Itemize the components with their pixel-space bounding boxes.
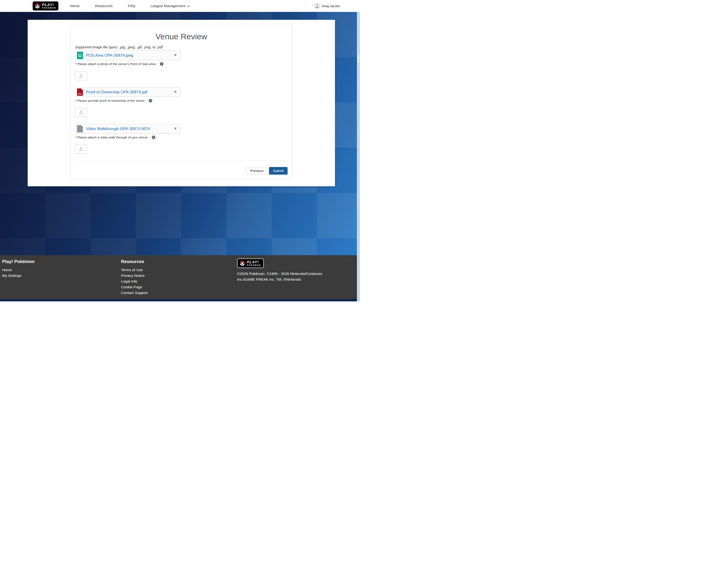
close-icon[interactable]: ✕ bbox=[173, 89, 178, 94]
submit-button[interactable]: Submit bbox=[269, 167, 287, 175]
upload-section-video-walkthrough: Video Walkthrough OPA-30874.MOV ✕ * Plea… bbox=[75, 124, 288, 154]
pdf-file-icon: PDF bbox=[77, 88, 83, 96]
upload-dropzone[interactable] bbox=[75, 108, 87, 117]
footer-column-play-pokemon: Play! Pokémon Home My Settings bbox=[0, 256, 121, 296]
page-title: Venue Review bbox=[75, 32, 288, 41]
nav-item-league-management[interactable]: League Management bbox=[151, 4, 190, 8]
nav-item-faq[interactable]: FAQ bbox=[128, 4, 135, 8]
close-icon[interactable]: ✕ bbox=[173, 126, 178, 131]
footer: Play! Pokémon Home My Settings Resources… bbox=[0, 255, 360, 299]
upload-icon bbox=[79, 147, 83, 151]
avatar-icon bbox=[315, 3, 320, 8]
main-nav: Home Resources FAQ League Management bbox=[70, 4, 190, 8]
scrollbar-track[interactable] bbox=[357, 12, 360, 301]
required-asterisk: * bbox=[75, 99, 77, 102]
nav-league-label: League Management bbox=[151, 4, 186, 8]
upload-dropzone[interactable] bbox=[75, 144, 87, 154]
upload-section-pos-photo: POS Area OPA-30874.jpeg ✕ * Please attac… bbox=[75, 50, 288, 81]
footer-heading: Resources bbox=[121, 259, 237, 264]
file-link[interactable]: Video Walkthrough OPA-30874.MOV bbox=[86, 127, 173, 131]
video-file-icon bbox=[77, 125, 83, 132]
footer-link-legal-info[interactable]: Legal Info bbox=[121, 278, 237, 284]
file-link[interactable]: POS Area OPA-30874.jpeg bbox=[86, 53, 173, 58]
footer-column-resources: Resources Terms of Use Privacy Notice Le… bbox=[121, 256, 237, 296]
file-types-note: Supported image file types: .jpg, .jpeg,… bbox=[75, 45, 288, 49]
play-pokemon-logo[interactable]: PLAY! POKÉMON bbox=[33, 1, 58, 10]
checkered-background: Venue Review Supported image file types:… bbox=[0, 12, 360, 255]
venue-review-panel: Venue Review Supported image file types:… bbox=[70, 24, 293, 179]
nav-item-home[interactable]: Home bbox=[70, 4, 80, 8]
pokeball-icon bbox=[239, 260, 245, 266]
attached-file-row: PDF Proof of Ownership OPA-30874.pdf ✕ bbox=[75, 87, 181, 97]
file-caption: Please attach a video walk through of yo… bbox=[77, 135, 148, 139]
footer-heading: Play! Pokémon bbox=[2, 259, 121, 264]
upload-icon bbox=[79, 74, 83, 78]
brand-line2: POKÉMON bbox=[42, 7, 56, 9]
info-icon[interactable]: i bbox=[149, 99, 152, 102]
upload-dropzone[interactable] bbox=[75, 71, 87, 81]
previous-button[interactable]: Previous bbox=[246, 167, 268, 175]
file-caption: Please attach a photo of the venue's Poi… bbox=[77, 62, 156, 66]
top-navbar: PLAY! POKÉMON Home Resources FAQ League … bbox=[0, 0, 360, 12]
info-icon[interactable]: i bbox=[152, 135, 155, 139]
required-asterisk: * bbox=[75, 62, 77, 66]
brand-line1: PLAY! bbox=[42, 3, 56, 6]
upload-icon bbox=[79, 110, 83, 114]
attached-file-row: Video Walkthrough OPA-30874.MOV ✕ bbox=[75, 124, 181, 133]
footer-column-legal: PLAY! POKÉMON ©2026 Pokémon. ©1995 - 202… bbox=[237, 256, 360, 296]
scrollbar-thumb[interactable] bbox=[357, 54, 360, 63]
nav-item-resources[interactable]: Resources bbox=[95, 4, 113, 8]
attached-file-row: POS Area OPA-30874.jpeg ✕ bbox=[75, 50, 181, 60]
footer-link-terms-of-use[interactable]: Terms of Use bbox=[121, 267, 237, 273]
file-caption-row: * Please provide proof of ownership of t… bbox=[75, 99, 288, 102]
file-caption: Please provide proof of ownership of the… bbox=[77, 99, 145, 102]
file-link[interactable]: Proof of Ownership OPA-30874.pdf bbox=[86, 90, 173, 94]
close-icon[interactable]: ✕ bbox=[173, 53, 178, 58]
user-menu[interactable]: Greg Jacobs bbox=[315, 3, 340, 8]
form-divider bbox=[75, 161, 288, 161]
pokeball-icon bbox=[35, 3, 40, 9]
copyright-text: ©2026 Pokémon. ©1995 - 2026 Nintendo/Cre… bbox=[237, 271, 324, 282]
user-name: Greg Jacobs bbox=[322, 4, 340, 8]
footer-link-my-settings[interactable]: My Settings bbox=[2, 273, 121, 278]
content-card: Venue Review Supported image file types:… bbox=[28, 20, 335, 186]
brand-line2: POKÉMON bbox=[247, 264, 261, 266]
upload-section-ownership-pdf: PDF Proof of Ownership OPA-30874.pdf ✕ *… bbox=[75, 87, 288, 117]
footer-link-privacy-notice[interactable]: Privacy Notice bbox=[121, 273, 237, 278]
footer-link-cookie-page[interactable]: Cookie Page bbox=[121, 284, 237, 290]
chevron-down-icon bbox=[187, 5, 190, 7]
form-actions: Previous Submit bbox=[75, 167, 288, 175]
file-caption-row: * Please attach a photo of the venue's P… bbox=[75, 62, 288, 66]
footer-logo-wrap: PLAY! POKÉMON bbox=[237, 258, 347, 268]
brand-line1: PLAY! bbox=[247, 260, 261, 264]
pdf-badge: PDF bbox=[78, 93, 82, 95]
file-caption-row: * Please attach a video walk through of … bbox=[75, 135, 288, 139]
play-pokemon-footer-logo: PLAY! POKÉMON bbox=[237, 258, 264, 268]
brand-text: PLAY! POKÉMON bbox=[247, 260, 261, 266]
info-icon[interactable]: i bbox=[160, 62, 164, 66]
footer-link-home[interactable]: Home bbox=[2, 267, 121, 273]
bottom-strip bbox=[0, 299, 360, 301]
brand-text: PLAY! POKÉMON bbox=[42, 3, 56, 9]
image-file-icon bbox=[77, 52, 83, 59]
footer-link-contact-support[interactable]: Contact Support bbox=[121, 290, 237, 296]
required-asterisk: * bbox=[75, 136, 77, 139]
